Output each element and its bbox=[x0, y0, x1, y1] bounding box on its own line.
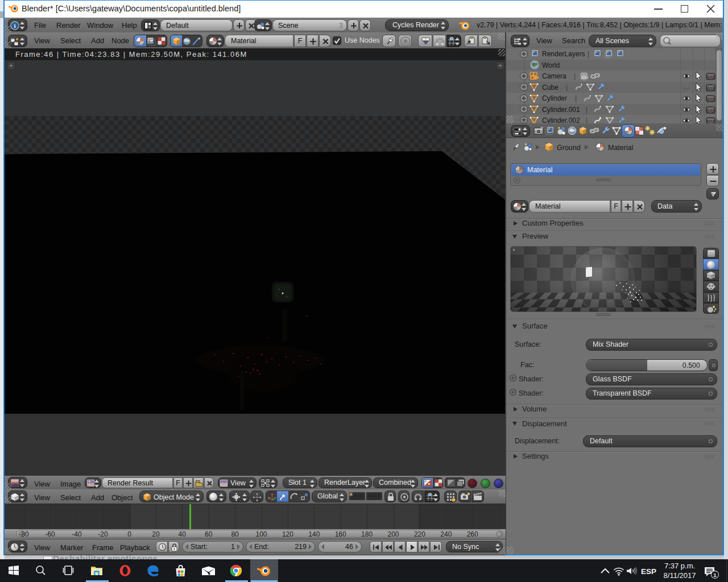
svg-text:1: 1 bbox=[713, 572, 717, 578]
svg-text:i: i bbox=[14, 22, 15, 29]
